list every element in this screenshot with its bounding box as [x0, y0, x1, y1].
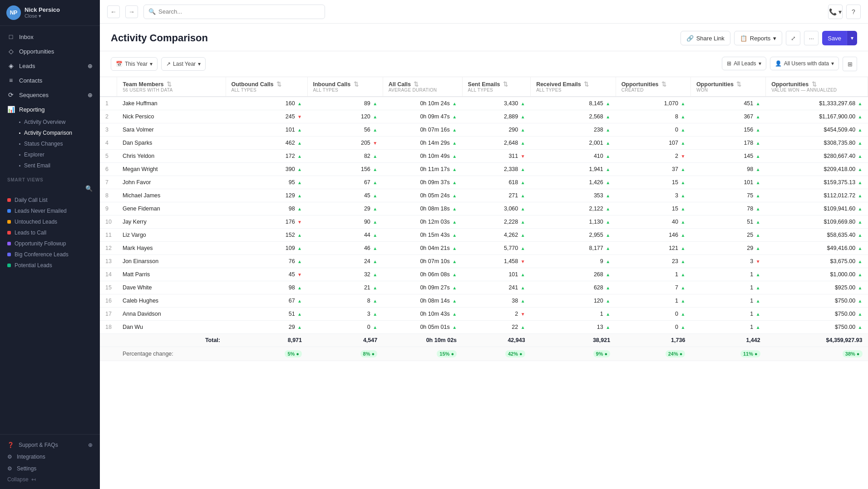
help-button[interactable]: ? — [846, 5, 861, 19]
member-name[interactable]: John Favor — [117, 176, 226, 189]
footer-integrations[interactable]: ⚙ Integrations — [7, 451, 93, 463]
member-name[interactable]: Michael James — [117, 189, 226, 202]
member-name[interactable]: Mark Hayes — [117, 242, 226, 255]
sent-emails: 290 ▲ — [462, 123, 531, 137]
member-name[interactable]: Megan Wright — [117, 163, 226, 176]
outbound-calls: 98 ▲ — [226, 202, 307, 215]
add-leads-icon[interactable]: ⊕ — [88, 63, 93, 69]
pct-received: 9% ● — [531, 347, 616, 361]
smart-view-potential-leads[interactable]: Potential Leads — [0, 260, 100, 271]
received-emails: 120 ▲ — [531, 294, 616, 308]
sidebar-item-sent-email[interactable]: Sent Email — [19, 160, 100, 171]
phone-button[interactable]: 📞 ▾ — [828, 5, 843, 19]
sort-icon[interactable]: ⇅ — [167, 81, 172, 88]
topbar-right: 📞 ▾ ? — [828, 5, 861, 19]
opps-value: $3,675.00 ▲ — [766, 255, 868, 268]
trend-up-icon: ▲ — [858, 325, 863, 330]
sidebar-item-inbox[interactable]: □ Inbox — [0, 29, 100, 44]
save-button[interactable]: Save — [822, 31, 847, 45]
smart-views-search-icon[interactable]: 🔍 — [85, 185, 93, 192]
sidebar-item-reporting[interactable]: 📊 Reporting — [0, 102, 100, 117]
sidebar-item-activity-overview[interactable]: Activity Overview — [19, 117, 100, 127]
member-name[interactable]: Jake Huffman — [117, 97, 226, 110]
trend-up-icon: ▲ — [858, 272, 863, 277]
sort-icon[interactable]: ⇅ — [354, 81, 359, 88]
sidebar-item-activity-comparison[interactable]: Activity Comparison — [19, 127, 100, 138]
row-number: 7 — [100, 176, 117, 189]
columns-toggle-button[interactable]: ⊞ — [843, 57, 857, 71]
smart-view-untouched-leads[interactable]: Untouched Leads — [0, 216, 100, 227]
collapse-button[interactable]: Collapse ↤ — [7, 474, 93, 484]
close-button[interactable]: Close ▾ — [25, 13, 60, 19]
expand-button[interactable]: ⤢ — [786, 31, 800, 45]
trend-up-icon: ▲ — [521, 298, 525, 303]
sidebar-item-opportunities[interactable]: ◇ Opportunities — [0, 44, 100, 59]
inbound-calls: 44 ▲ — [307, 229, 383, 242]
sidebar-item-leads[interactable]: ◈ Leads ⊕ — [0, 59, 100, 73]
smart-view-leads-never-emailed[interactable]: Leads Never Emailed — [0, 205, 100, 216]
pct-allcalls: 15% ● — [383, 347, 462, 361]
row-number: 4 — [100, 137, 117, 150]
total-label: Total: — [117, 334, 226, 347]
this-year-filter[interactable]: 📅 This Year ▾ — [111, 57, 158, 71]
trend-up-icon: ▲ — [681, 233, 685, 238]
member-name[interactable]: Liz Vargo — [117, 229, 226, 242]
share-link-button[interactable]: 🔗 Share Link — [681, 31, 730, 45]
trend-up-icon: ▲ — [681, 167, 685, 172]
sv-color-dot — [7, 209, 11, 213]
sort-icon[interactable]: ⇅ — [414, 81, 419, 88]
forward-button[interactable]: → — [125, 5, 138, 18]
smart-view-daily-call-list[interactable]: Daily Call List — [0, 195, 100, 205]
smart-view-big-conference-leads[interactable]: Big Conference Leads — [0, 249, 100, 260]
footer-label: Integrations — [17, 454, 45, 460]
sort-icon[interactable]: ⇅ — [661, 81, 666, 88]
back-button[interactable]: ← — [107, 5, 120, 18]
sort-icon[interactable]: ⇅ — [276, 81, 281, 88]
reports-button[interactable]: 📋 Reports ▾ — [734, 31, 783, 45]
chevron-down-icon: ▾ — [150, 61, 153, 67]
inbound-calls: 32 ▲ — [307, 268, 383, 281]
save-dropdown-button[interactable]: ▾ — [847, 31, 857, 45]
member-name[interactable]: Sara Volmer — [117, 123, 226, 137]
smart-view-leads-to-call[interactable]: Leads to Call — [0, 227, 100, 238]
filter-label: Last Year — [173, 61, 196, 67]
share-icon: 🔗 — [686, 35, 694, 42]
member-name[interactable]: Matt Parris — [117, 268, 226, 281]
search-input[interactable] — [158, 8, 320, 15]
footer-settings[interactable]: ⚙ Settings — [7, 463, 93, 474]
member-name[interactable]: Dan Wu — [117, 321, 226, 334]
member-name[interactable]: Caleb Hughes — [117, 294, 226, 308]
footer-support[interactable]: ❓ Support & FAQs ⊕ — [7, 439, 93, 451]
all-users-filter[interactable]: 👤 All Users with data ▾ — [770, 57, 839, 70]
trend-up-icon: ▲ — [681, 101, 685, 106]
opps-value: $750.00 ▲ — [766, 294, 868, 308]
all-calls-duration: 0h 10m 43s ▲ — [383, 308, 462, 321]
opps-created: 15 ▲ — [616, 202, 690, 215]
row-number: 11 — [100, 229, 117, 242]
member-name[interactable]: Gene Fideman — [117, 202, 226, 215]
row-number: 5 — [100, 150, 117, 163]
sidebar-item-explorer[interactable]: Explorer — [19, 149, 100, 160]
member-name[interactable]: Dave White — [117, 281, 226, 294]
add-sequences-icon[interactable]: ⊕ — [88, 92, 93, 98]
all-leads-filter[interactable]: ⊞ All Leads ▾ — [722, 57, 766, 70]
member-name[interactable]: Nick Persico — [117, 110, 226, 123]
sort-icon[interactable]: ⇅ — [584, 81, 589, 88]
member-name[interactable]: Dan Sparks — [117, 137, 226, 150]
col-opps-value: Opportunities ⇅ VALUE WON — ANNUALIZED — [766, 77, 868, 97]
more-button[interactable]: ··· — [804, 31, 819, 45]
member-name[interactable]: Jay Kerry — [117, 215, 226, 229]
sidebar-item-sequences[interactable]: ⟳ Sequences ⊕ — [0, 88, 100, 102]
sidebar-item-contacts[interactable]: ≡ Contacts — [0, 73, 100, 88]
last-year-filter[interactable]: ↗ Last Year ▾ — [161, 57, 206, 71]
member-name[interactable]: Anna Davidson — [117, 308, 226, 321]
sort-icon[interactable]: ⇅ — [812, 81, 817, 88]
outbound-calls: 29 ▲ — [226, 321, 307, 334]
member-name[interactable]: Jon Einarsson — [117, 255, 226, 268]
member-name[interactable]: Chris Yeldon — [117, 150, 226, 163]
opps-created: 23 ▲ — [616, 255, 690, 268]
sidebar-item-status-changes[interactable]: Status Changes — [19, 138, 100, 149]
smart-view-opportunity-followup[interactable]: Opportunity Followup — [0, 238, 100, 249]
sort-icon[interactable]: ⇅ — [736, 81, 741, 88]
sort-icon[interactable]: ⇅ — [503, 81, 508, 88]
